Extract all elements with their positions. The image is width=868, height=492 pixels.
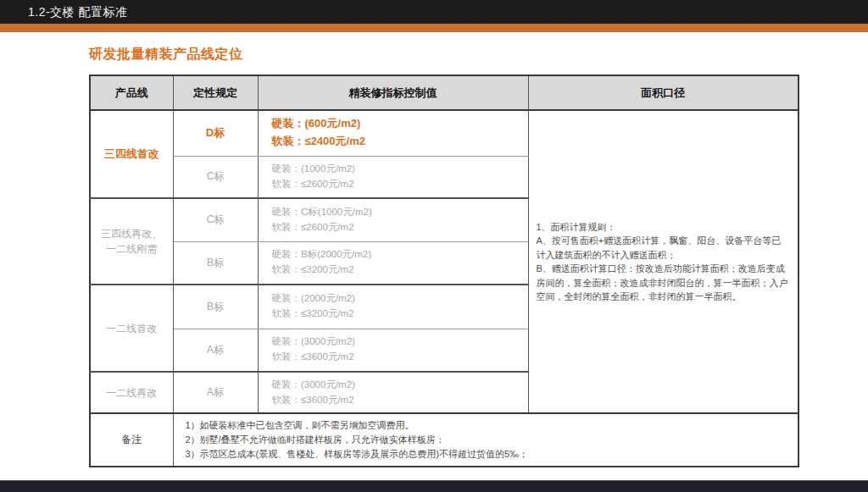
product-line-cell: 三四线再改、 一二线刚需 <box>90 198 173 285</box>
soft-deco-value: 软装：≤2600元/m2 <box>272 177 528 192</box>
note-line: 1）如硬装标准中已包含空调，则不需另增加空调费用。 <box>186 418 792 433</box>
page-title: 研发批量精装产品线定位 <box>89 46 243 64</box>
accent-stripe <box>0 24 868 32</box>
soft-deco-value: 软装：≤3200元/m2 <box>272 263 528 278</box>
soft-deco-value: 软装：≤2400元/m2 <box>272 133 528 151</box>
remarks-row: 备注 1）如硬装标准中已包含空调，则不需另增加空调费用。 2）别墅/叠墅不允许做… <box>90 413 798 467</box>
area-caliber-cell: 1、面积计算规则： A、按可售面积+赠送面积计算，飘窗、阳台、设备平台等已计入建… <box>528 110 798 413</box>
soft-deco-value: 软装：≤3200元/m2 <box>272 307 528 322</box>
hard-deco-value: 硬装：C标(1000元/m2) <box>272 205 528 220</box>
grade-cell: A标 <box>173 329 258 372</box>
spec-cell: 硬装：(2000元/m2) 软装：≤3200元/m2 <box>258 285 528 329</box>
grade-cell: B标 <box>173 241 258 285</box>
bottom-bar <box>0 480 868 492</box>
soft-deco-value: 软装：≤3600元/m2 <box>272 393 528 408</box>
spec-cell: 硬装：(1000元/m2) 软装：≤2600元/m2 <box>258 156 528 198</box>
grade-cell: C标 <box>173 198 258 241</box>
grade-cell: D标 <box>173 110 258 156</box>
product-line-cell: 一二线再改 <box>90 372 173 413</box>
breadcrumb: 1.2-交楼 配置标准 <box>0 0 868 24</box>
col-header-qualitative: 定性规定 <box>173 75 258 110</box>
soft-deco-value: 软装：≤3600元/m2 <box>272 350 528 365</box>
remarks-label: 备注 <box>90 413 173 467</box>
spec-cell: 硬装：(3000元/m2) 软装：≤3600元/m2 <box>258 329 528 372</box>
spec-cell: 硬装：C标(1000元/m2) 软装：≤2600元/m2 <box>258 198 528 241</box>
table-row: 三四线首改 D标 硬装：(600元/m2) 软装：≤2400元/m2 1、面积计… <box>90 110 798 156</box>
col-header-area-caliber: 面积口径 <box>528 75 798 110</box>
col-header-product-line: 产品线 <box>90 75 173 110</box>
spec-cell: 硬装：(3000元/m2) 软装：≤3600元/m2 <box>258 372 528 413</box>
product-line-cell: 三四线首改 <box>90 110 173 198</box>
col-header-control-value: 精装修指标控制值 <box>258 75 528 110</box>
spec-cell: 硬装：(600元/m2) 软装：≤2400元/m2 <box>258 110 528 156</box>
hard-deco-value: 硬装：(3000元/m2) <box>272 334 528 350</box>
grade-cell: A标 <box>173 372 258 413</box>
note-line: 2）别墅/叠墅不允许做临时搭建样板房，只允许做实体样板房； <box>186 433 792 447</box>
grade-cell: C标 <box>173 156 258 198</box>
slide-canvas: { "top_bar": { "title": "1.2-交楼 配置标准" },… <box>0 0 868 492</box>
hard-deco-value: 硬装：(600元/m2) <box>272 115 528 133</box>
product-line-cell: 一二线首改 <box>90 285 173 372</box>
spec-cell: 硬装：B标(2000元/m2) 软装：≤3200元/m2 <box>258 241 528 285</box>
hard-deco-value: 硬装：(2000元/m2) <box>272 291 528 307</box>
product-line-table: 产品线 定性规定 精装修指标控制值 面积口径 三四线首改 D标 硬装：(600元… <box>89 75 799 467</box>
hard-deco-value: 硬装：B标(2000元/m2) <box>272 247 528 263</box>
table-header-row: 产品线 定性规定 精装修指标控制值 面积口径 <box>90 75 798 110</box>
note-line: 3）示范区总成本(景观、售楼处、样板房等涉及展示的总费用)不得超过货值的5‰； <box>186 447 792 462</box>
top-title-bar: 1.2-交楼 配置标准 <box>0 0 868 24</box>
remarks-notes: 1）如硬装标准中已包含空调，则不需另增加空调费用。 2）别墅/叠墅不允许做临时搭… <box>173 413 798 467</box>
hard-deco-value: 硬装：(1000元/m2) <box>272 162 528 177</box>
hard-deco-value: 硬装：(3000元/m2) <box>272 378 528 393</box>
grade-cell: B标 <box>173 285 258 329</box>
soft-deco-value: 软装：≤2600元/m2 <box>272 220 528 235</box>
